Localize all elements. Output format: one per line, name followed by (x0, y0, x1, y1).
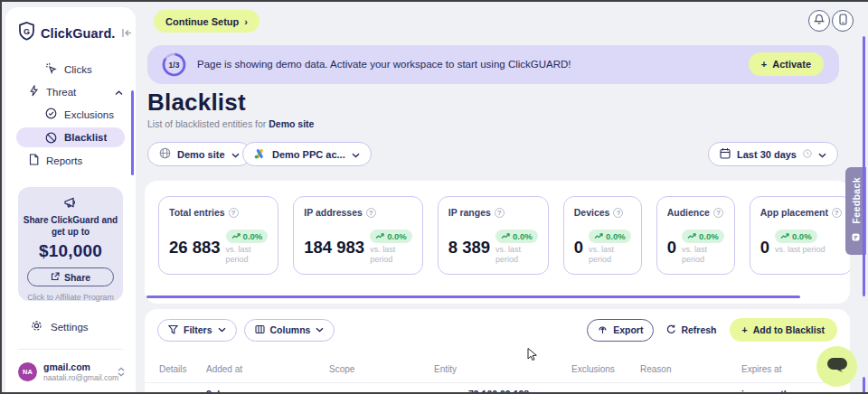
export-icon (598, 324, 608, 336)
plus-icon: + (761, 59, 767, 70)
page-subtitle: List of blacklisted entities for Demo si… (147, 118, 314, 129)
column-header-exclusions[interactable]: Exclusions (571, 364, 615, 374)
site-select[interactable]: Demo site (147, 142, 251, 166)
brand-name: ClickGuard. (41, 26, 116, 41)
google-ads-icon (254, 148, 266, 161)
help-icon[interactable] (832, 208, 842, 218)
stat-card-ip-addresses: IP addresses 184 983 0.0% vs. last perio… (293, 196, 423, 275)
app-window: G ClickGuard. Clicks Threat (0, 0, 868, 394)
vs-period-label: vs. last period (775, 245, 826, 255)
export-button[interactable]: Export (587, 319, 654, 342)
settings-label: Settings (51, 322, 89, 333)
columns-label: Columns (270, 324, 311, 335)
window-edge-left (0, 0, 2, 394)
subtitle-site-name: Demo site (269, 118, 314, 129)
notifications-button[interactable] (808, 10, 830, 32)
date-range-select[interactable]: Last 30 days (708, 142, 838, 166)
sidebar-item-label: Exclusions (64, 109, 114, 120)
clock-icon (803, 149, 812, 160)
sidebar-collapse-icon[interactable] (121, 25, 133, 42)
column-header-reason[interactable]: Reason (640, 364, 671, 374)
mobile-icon (839, 13, 847, 29)
columns-icon (255, 324, 265, 336)
sidebar-item-reports[interactable]: Reports (29, 154, 82, 167)
help-icon[interactable] (366, 208, 376, 218)
stat-card-audience: Audience 0 0.0% vs. last period (656, 196, 735, 275)
sidebar: G ClickGuard. Clicks Threat (5, 7, 136, 392)
brand-logo[interactable]: G ClickGuard. (18, 22, 125, 44)
user-email: naatali.ro@gmail.com (43, 373, 111, 383)
site-select-value: Demo site (177, 149, 225, 160)
help-icon[interactable] (495, 208, 505, 218)
add-to-blacklist-label: Add to Blacklist (753, 324, 825, 335)
external-link-icon (51, 272, 60, 283)
sidebar-scrollbar[interactable] (131, 90, 134, 175)
feedback-label: Feedback (851, 177, 862, 224)
refresh-button[interactable]: Refresh (661, 324, 722, 336)
megaphone-icon (63, 196, 78, 211)
share-button[interactable]: Share (27, 267, 114, 286)
filters-label: Filters (184, 324, 212, 335)
affiliate-link[interactable]: Click to Affiliate Program (18, 293, 123, 302)
chevron-right-icon: › (244, 16, 248, 27)
add-to-blacklist-button[interactable]: + Add to Blacklist (730, 318, 838, 342)
lightning-icon (29, 85, 39, 98)
blocked-icon (45, 132, 57, 144)
stat-label: Audience (667, 207, 710, 218)
stat-value: 8 389 (448, 238, 490, 258)
sidebar-item-label: Threat (46, 87, 108, 98)
sidebar-divider (18, 349, 123, 350)
sidebar-item-blacklist[interactable]: Blacklist (16, 127, 125, 147)
stats-cards-row: Total entries 26 883 0.0% vs. last perio… (145, 181, 850, 290)
trend-badge: 0.0% (370, 230, 412, 243)
activate-button[interactable]: + Activate (749, 52, 824, 76)
click-icon (45, 62, 57, 76)
filters-button[interactable]: Filters (157, 319, 237, 342)
column-header-added-at[interactable]: Added at (206, 364, 242, 374)
gear-icon (31, 320, 42, 333)
chevron-down-icon (218, 327, 226, 333)
sidebar-item-threat[interactable]: Threat (29, 85, 123, 98)
ppc-account-select[interactable]: Demo PPC ac... (242, 142, 372, 166)
chevron-down-icon (352, 149, 360, 160)
progress-ring: 1/3 (161, 52, 187, 78)
funnel-icon (168, 324, 178, 336)
stat-card-ip-ranges: IP ranges 8 389 0.0% vs. last period (438, 196, 549, 275)
column-header-entity[interactable]: Entity (434, 364, 457, 374)
calendar-icon (720, 147, 731, 161)
sidebar-item-label: Blacklist (64, 132, 107, 143)
export-label: Export (613, 324, 643, 335)
page-title: Blacklist (147, 89, 246, 117)
chevron-up-icon (115, 87, 123, 98)
user-name: gmail.com (43, 361, 111, 373)
stat-value: 0 (574, 238, 583, 258)
progress-step: 1/3 (161, 52, 187, 78)
help-icon[interactable] (613, 208, 623, 218)
refresh-label: Refresh (681, 324, 716, 335)
chat-bubble-icon (826, 357, 848, 377)
ppc-account-value: Demo PPC ac... (272, 149, 345, 160)
page-scrollbar[interactable] (863, 36, 865, 296)
user-info: gmail.com naatali.ro@gmail.com (43, 361, 111, 382)
banner-message: Page is showing demo data. Activate your… (197, 59, 571, 70)
column-header-expires-at[interactable]: Expires at (741, 364, 781, 374)
svg-text:G: G (24, 27, 30, 36)
sidebar-item-exclusions[interactable]: Exclusions (45, 108, 114, 121)
sidebar-item-clicks[interactable]: Clicks (45, 62, 92, 76)
user-menu[interactable]: NA gmail.com naatali.ro@gmail.com (18, 361, 125, 382)
column-header-scope[interactable]: Scope (329, 364, 354, 374)
column-header-details[interactable]: Details (159, 364, 187, 374)
stats-horizontal-scrollbar[interactable] (146, 296, 800, 298)
columns-button[interactable]: Columns (244, 319, 335, 342)
continue-setup-button[interactable]: Continue Setup › (154, 10, 259, 33)
trend-badge: 0.0% (775, 230, 817, 243)
help-icon[interactable] (713, 208, 723, 218)
sidebar-item-settings[interactable]: Settings (31, 320, 89, 333)
affiliate-promo-card[interactable]: Share ClickGuard and get up to $10,000 S… (18, 187, 123, 301)
mobile-device-button[interactable] (832, 10, 854, 32)
avatar: NA (18, 362, 37, 381)
window-edge-top (0, 0, 868, 2)
refresh-icon (666, 324, 676, 336)
chat-widget-button[interactable] (816, 346, 857, 387)
help-icon[interactable] (229, 208, 239, 218)
